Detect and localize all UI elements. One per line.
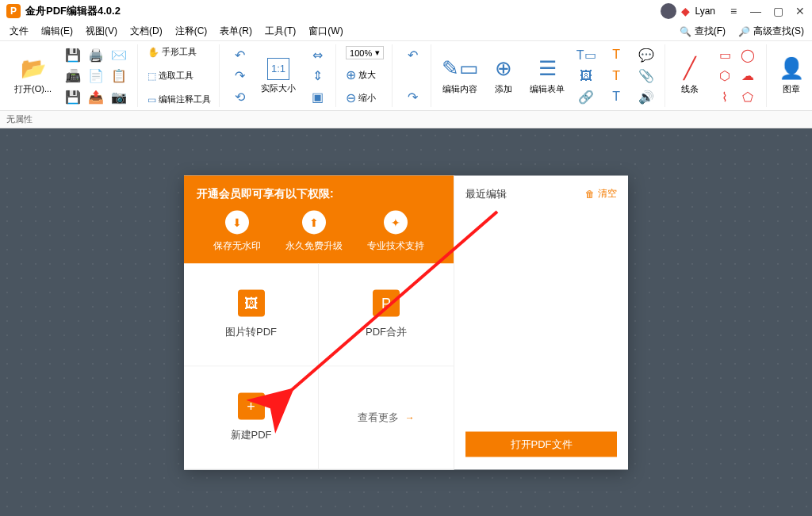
- recent-title: 最近编辑: [465, 186, 507, 201]
- blank-button[interactable]: 📄: [86, 67, 106, 85]
- stamp-icon: 👤: [779, 57, 803, 81]
- feature-no-watermark[interactable]: ⬇ 保存无水印: [213, 210, 261, 252]
- stamp-label: 图章: [783, 83, 800, 95]
- feature-tech-support[interactable]: ✦ 专业技术支持: [367, 210, 424, 252]
- select-tool-button[interactable]: ⬚ 选取工具: [147, 70, 193, 82]
- workspace: 开通会员即可享有以下权限: ⬇ 保存无水印 ⬆ 永久免费升级 ✦ 专业技术支持: [0, 128, 812, 516]
- feature-free-upgrade[interactable]: ⬆ 永久免费升级: [285, 210, 343, 252]
- polyline-icon[interactable]: ⌇: [714, 88, 735, 105]
- open-label: 打开(O)...: [14, 83, 52, 95]
- zoom-out-label: 缩小: [358, 92, 376, 104]
- email-button[interactable]: ✉️: [109, 46, 129, 63]
- more-label: 查看更多: [358, 411, 399, 423]
- menu-file[interactable]: 文件: [3, 22, 35, 40]
- menu-document[interactable]: 文档(D): [124, 22, 169, 40]
- pdf-icon: P: [373, 290, 400, 317]
- image-icon: 🖼: [238, 290, 265, 317]
- add-button[interactable]: ⊕ 添加: [485, 54, 522, 98]
- open-pdf-button[interactable]: 打开PDF文件: [465, 431, 617, 457]
- export-button[interactable]: 📤: [86, 88, 106, 105]
- vip-gem-icon[interactable]: ◆: [681, 5, 690, 17]
- zoom-value[interactable]: 100% ▾: [346, 46, 384, 59]
- edit-link-icon[interactable]: 🔗: [576, 88, 596, 105]
- print-button[interactable]: 🖨️: [86, 46, 106, 63]
- tile-view-more[interactable]: 查看更多 →: [319, 366, 454, 469]
- find-button[interactable]: 🔍 查找(F): [675, 23, 730, 40]
- open-button[interactable]: 📂 打开(O)...: [10, 54, 56, 98]
- actual-size-button[interactable]: 1:1 实际大小: [256, 55, 301, 97]
- menu-forms[interactable]: 表单(R): [213, 22, 259, 40]
- sound-icon[interactable]: 🔊: [636, 88, 657, 105]
- find-label: 查找(F): [695, 25, 726, 38]
- text-callout-icon[interactable]: T: [606, 88, 626, 105]
- advanced-find-label: 高级查找(S): [753, 25, 804, 38]
- feature-label: 专业技术支持: [367, 239, 424, 252]
- cloud-icon[interactable]: ☁: [737, 67, 758, 85]
- lines-button[interactable]: ╱ 线条: [672, 54, 708, 98]
- no-properties-label: 无属性: [6, 113, 33, 125]
- redo-icon[interactable]: ↷: [402, 88, 423, 105]
- zoom-in-icon: ⊕: [346, 67, 356, 82]
- highlight-text-icon[interactable]: T: [606, 67, 626, 85]
- hand-icon: ✋: [147, 47, 159, 58]
- edit-annotation-button[interactable]: ▭ 编辑注释工具: [147, 94, 211, 105]
- fit-page-icon[interactable]: ⇔: [307, 46, 327, 63]
- edit-image-icon[interactable]: 🖼: [576, 67, 596, 85]
- rotate-right-icon[interactable]: ↷: [229, 67, 250, 85]
- zoom-out-button[interactable]: ⊖ 缩小: [346, 90, 376, 105]
- edit-text-icon[interactable]: T▭: [576, 46, 596, 63]
- feature-label: 永久免费升级: [285, 239, 343, 252]
- menu-edit[interactable]: 编辑(E): [35, 22, 79, 40]
- freeform-icon[interactable]: ⬠: [737, 88, 758, 105]
- fit-width-icon[interactable]: ⇕: [307, 67, 327, 85]
- menu-comments[interactable]: 注释(C): [169, 22, 214, 40]
- menu-tools[interactable]: 工具(T): [259, 22, 302, 40]
- feature-label: 保存无水印: [213, 239, 261, 252]
- rotate-left-icon[interactable]: ↶: [229, 46, 250, 63]
- user-avatar[interactable]: [661, 3, 676, 19]
- folder-open-icon: 📂: [21, 57, 45, 81]
- recent-list: [454, 208, 628, 422]
- tile-new-pdf[interactable]: + 新建PDF: [184, 366, 319, 469]
- menu-window[interactable]: 窗口(W): [302, 22, 349, 40]
- scan-button[interactable]: 📠: [63, 67, 83, 85]
- fit-visible-icon[interactable]: ▣: [307, 88, 327, 105]
- save-button[interactable]: 💾: [63, 46, 83, 63]
- attachment-icon[interactable]: 📎: [636, 67, 657, 85]
- rotate-reset-icon[interactable]: ⟲: [229, 88, 250, 105]
- tile-pdf-merge[interactable]: P PDF合并: [319, 263, 454, 366]
- close-button[interactable]: ✕: [791, 2, 809, 20]
- edit-form-label: 编辑表单: [530, 83, 565, 95]
- tile-label: PDF合并: [366, 325, 407, 339]
- polygon-icon[interactable]: ⬡: [714, 67, 735, 85]
- properties-bar: 无属性: [0, 111, 812, 128]
- snapshot-icon[interactable]: 📷: [109, 88, 129, 105]
- rectangle-icon[interactable]: ▭: [714, 46, 735, 63]
- minimize-button[interactable]: —: [747, 2, 764, 20]
- user-name[interactable]: Lyan: [695, 6, 715, 17]
- edit-content-label: 编辑内容: [442, 83, 477, 95]
- text-box-icon[interactable]: T: [606, 46, 626, 63]
- undo-icon[interactable]: ↶: [402, 46, 423, 63]
- tile-image-to-pdf[interactable]: 🖼 图片转PDF: [184, 263, 319, 366]
- binoculars-icon: 🔎: [738, 26, 750, 37]
- edit-content-button[interactable]: ✎▭ 编辑内容: [438, 54, 482, 98]
- save-as-button[interactable]: 💾: [63, 88, 83, 105]
- trash-icon: 🗑: [585, 188, 595, 199]
- sticky-note-icon[interactable]: 💬: [636, 46, 657, 63]
- menu-view[interactable]: 视图(V): [79, 22, 124, 40]
- advanced-find-button[interactable]: 🔎 高级查找(S): [733, 23, 809, 40]
- edit-form-button[interactable]: ☰ 编辑表单: [525, 54, 569, 98]
- annotation-icon: ▭: [147, 94, 156, 105]
- stamp-button[interactable]: 👤 图章: [773, 54, 810, 98]
- clear-recent-button[interactable]: 🗑 清空: [585, 187, 617, 201]
- promo-banner: 开通会员即可享有以下权限: ⬇ 保存无水印 ⬆ 永久免费升级 ✦ 专业技术支持: [184, 175, 454, 263]
- menu-icon[interactable]: ≡: [725, 2, 742, 20]
- hand-tool-button[interactable]: ✋ 手形工具: [147, 46, 197, 58]
- welcome-panel: 开通会员即可享有以下权限: ⬇ 保存无水印 ⬆ 永久免费升级 ✦ 专业技术支持: [184, 175, 628, 469]
- clipboard-button[interactable]: 📋: [109, 67, 129, 85]
- zoom-in-button[interactable]: ⊕ 放大: [346, 67, 376, 82]
- promo-title: 开通会员即可享有以下权限:: [197, 186, 441, 201]
- oval-icon[interactable]: ◯: [737, 46, 758, 63]
- maximize-button[interactable]: ▢: [769, 2, 787, 20]
